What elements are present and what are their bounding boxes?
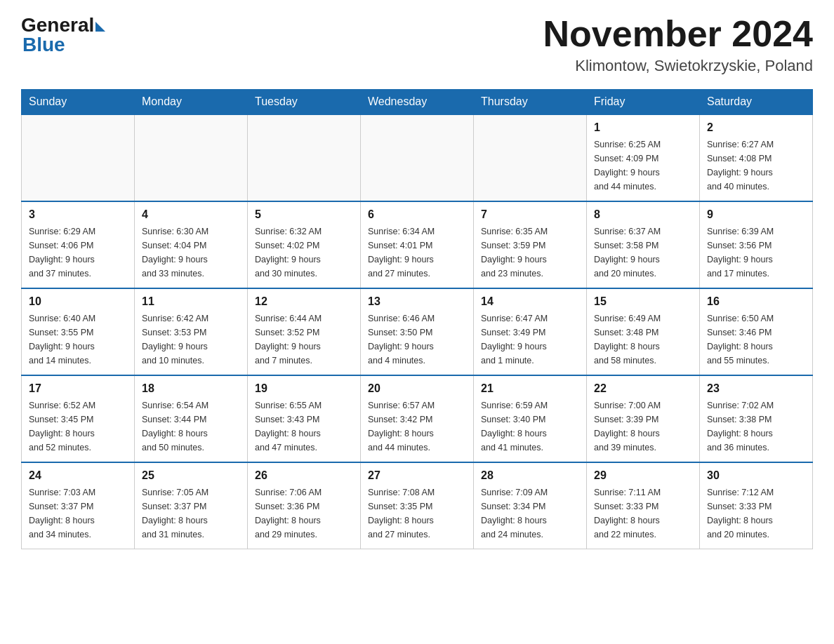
- day-info: Sunrise: 6:30 AM Sunset: 4:04 PM Dayligh…: [142, 224, 240, 281]
- calendar-header-wednesday: Wednesday: [361, 90, 474, 115]
- calendar-header-monday: Monday: [135, 90, 248, 115]
- calendar-week-3: 10Sunrise: 6:40 AM Sunset: 3:55 PM Dayli…: [22, 288, 813, 375]
- day-number: 26: [255, 467, 353, 484]
- calendar-cell: [135, 114, 248, 201]
- calendar-cell: 7Sunrise: 6:35 AM Sunset: 3:59 PM Daylig…: [474, 201, 587, 288]
- day-number: 7: [481, 206, 579, 223]
- calendar-cell: [474, 114, 587, 201]
- calendar-cell: 20Sunrise: 6:57 AM Sunset: 3:42 PM Dayli…: [361, 375, 474, 462]
- day-number: 2: [707, 119, 805, 136]
- day-number: 10: [29, 293, 127, 310]
- day-number: 16: [707, 293, 805, 310]
- calendar-cell: [22, 114, 135, 201]
- calendar-week-5: 24Sunrise: 7:03 AM Sunset: 3:37 PM Dayli…: [22, 462, 813, 549]
- day-number: 6: [368, 206, 466, 223]
- day-number: 27: [368, 467, 466, 484]
- day-info: Sunrise: 6:29 AM Sunset: 4:06 PM Dayligh…: [29, 224, 127, 281]
- day-info: Sunrise: 6:47 AM Sunset: 3:49 PM Dayligh…: [481, 311, 579, 368]
- day-number: 5: [255, 206, 353, 223]
- day-info: Sunrise: 6:25 AM Sunset: 4:09 PM Dayligh…: [594, 137, 692, 194]
- calendar-cell: 8Sunrise: 6:37 AM Sunset: 3:58 PM Daylig…: [587, 201, 700, 288]
- calendar-cell: 5Sunrise: 6:32 AM Sunset: 4:02 PM Daylig…: [248, 201, 361, 288]
- calendar-header-tuesday: Tuesday: [248, 90, 361, 115]
- calendar-cell: 6Sunrise: 6:34 AM Sunset: 4:01 PM Daylig…: [361, 201, 474, 288]
- day-number: 21: [481, 380, 579, 397]
- calendar-cell: 21Sunrise: 6:59 AM Sunset: 3:40 PM Dayli…: [474, 375, 587, 462]
- calendar-cell: 13Sunrise: 6:46 AM Sunset: 3:50 PM Dayli…: [361, 288, 474, 375]
- calendar-cell: 29Sunrise: 7:11 AM Sunset: 3:33 PM Dayli…: [587, 462, 700, 549]
- day-info: Sunrise: 7:06 AM Sunset: 3:36 PM Dayligh…: [255, 485, 353, 542]
- calendar-week-2: 3Sunrise: 6:29 AM Sunset: 4:06 PM Daylig…: [22, 201, 813, 288]
- day-number: 8: [594, 206, 692, 223]
- calendar-cell: 28Sunrise: 7:09 AM Sunset: 3:34 PM Dayli…: [474, 462, 587, 549]
- calendar-cell: [361, 114, 474, 201]
- day-info: Sunrise: 6:59 AM Sunset: 3:40 PM Dayligh…: [481, 398, 579, 455]
- day-info: Sunrise: 6:57 AM Sunset: 3:42 PM Dayligh…: [368, 398, 466, 455]
- day-info: Sunrise: 6:34 AM Sunset: 4:01 PM Dayligh…: [368, 224, 466, 281]
- calendar-cell: 26Sunrise: 7:06 AM Sunset: 3:36 PM Dayli…: [248, 462, 361, 549]
- day-info: Sunrise: 6:37 AM Sunset: 3:58 PM Dayligh…: [594, 224, 692, 281]
- calendar-cell: 12Sunrise: 6:44 AM Sunset: 3:52 PM Dayli…: [248, 288, 361, 375]
- logo-arrow-icon: [95, 22, 105, 32]
- calendar-cell: 23Sunrise: 7:02 AM Sunset: 3:38 PM Dayli…: [700, 375, 813, 462]
- calendar-cell: 27Sunrise: 7:08 AM Sunset: 3:35 PM Dayli…: [361, 462, 474, 549]
- day-info: Sunrise: 6:49 AM Sunset: 3:48 PM Dayligh…: [594, 311, 692, 368]
- day-info: Sunrise: 7:00 AM Sunset: 3:39 PM Dayligh…: [594, 398, 692, 455]
- calendar-cell: 3Sunrise: 6:29 AM Sunset: 4:06 PM Daylig…: [22, 201, 135, 288]
- day-info: Sunrise: 7:09 AM Sunset: 3:34 PM Dayligh…: [481, 485, 579, 542]
- day-info: Sunrise: 6:52 AM Sunset: 3:45 PM Dayligh…: [29, 398, 127, 455]
- calendar-header-saturday: Saturday: [700, 90, 813, 115]
- day-info: Sunrise: 6:40 AM Sunset: 3:55 PM Dayligh…: [29, 311, 127, 368]
- logo-blue-text: Blue: [22, 34, 65, 56]
- calendar-cell: 1Sunrise: 6:25 AM Sunset: 4:09 PM Daylig…: [587, 114, 700, 201]
- calendar-cell: [248, 114, 361, 201]
- day-number: 29: [594, 467, 692, 484]
- calendar-cell: 17Sunrise: 6:52 AM Sunset: 3:45 PM Dayli…: [22, 375, 135, 462]
- day-info: Sunrise: 6:42 AM Sunset: 3:53 PM Dayligh…: [142, 311, 240, 368]
- calendar-header-thursday: Thursday: [474, 90, 587, 115]
- calendar-cell: 10Sunrise: 6:40 AM Sunset: 3:55 PM Dayli…: [22, 288, 135, 375]
- day-number: 20: [368, 380, 466, 397]
- day-info: Sunrise: 7:12 AM Sunset: 3:33 PM Dayligh…: [707, 485, 805, 542]
- calendar-cell: 18Sunrise: 6:54 AM Sunset: 3:44 PM Dayli…: [135, 375, 248, 462]
- day-number: 14: [481, 293, 579, 310]
- day-number: 4: [142, 206, 240, 223]
- calendar-week-4: 17Sunrise: 6:52 AM Sunset: 3:45 PM Dayli…: [22, 375, 813, 462]
- calendar-cell: 30Sunrise: 7:12 AM Sunset: 3:33 PM Dayli…: [700, 462, 813, 549]
- calendar-table: SundayMondayTuesdayWednesdayThursdayFrid…: [21, 89, 813, 549]
- day-number: 22: [594, 380, 692, 397]
- day-number: 11: [142, 293, 240, 310]
- day-number: 23: [707, 380, 805, 397]
- calendar-cell: 19Sunrise: 6:55 AM Sunset: 3:43 PM Dayli…: [248, 375, 361, 462]
- header: General Blue November 2024 Klimontow, Sw…: [21, 14, 813, 75]
- day-info: Sunrise: 7:05 AM Sunset: 3:37 PM Dayligh…: [142, 485, 240, 542]
- day-info: Sunrise: 6:44 AM Sunset: 3:52 PM Dayligh…: [255, 311, 353, 368]
- calendar-cell: 25Sunrise: 7:05 AM Sunset: 3:37 PM Dayli…: [135, 462, 248, 549]
- day-info: Sunrise: 6:54 AM Sunset: 3:44 PM Dayligh…: [142, 398, 240, 455]
- day-info: Sunrise: 6:39 AM Sunset: 3:56 PM Dayligh…: [707, 224, 805, 281]
- day-number: 1: [594, 119, 692, 136]
- day-info: Sunrise: 7:11 AM Sunset: 3:33 PM Dayligh…: [594, 485, 692, 542]
- day-info: Sunrise: 7:08 AM Sunset: 3:35 PM Dayligh…: [368, 485, 466, 542]
- day-number: 19: [255, 380, 353, 397]
- calendar-cell: 22Sunrise: 7:00 AM Sunset: 3:39 PM Dayli…: [587, 375, 700, 462]
- day-number: 9: [707, 206, 805, 223]
- calendar-title: November 2024: [543, 14, 813, 54]
- day-info: Sunrise: 6:55 AM Sunset: 3:43 PM Dayligh…: [255, 398, 353, 455]
- day-info: Sunrise: 6:46 AM Sunset: 3:50 PM Dayligh…: [368, 311, 466, 368]
- calendar-header-friday: Friday: [587, 90, 700, 115]
- day-info: Sunrise: 6:35 AM Sunset: 3:59 PM Dayligh…: [481, 224, 579, 281]
- calendar-cell: 16Sunrise: 6:50 AM Sunset: 3:46 PM Dayli…: [700, 288, 813, 375]
- calendar-cell: 11Sunrise: 6:42 AM Sunset: 3:53 PM Dayli…: [135, 288, 248, 375]
- calendar-cell: 14Sunrise: 6:47 AM Sunset: 3:49 PM Dayli…: [474, 288, 587, 375]
- day-info: Sunrise: 6:32 AM Sunset: 4:02 PM Dayligh…: [255, 224, 353, 281]
- day-info: Sunrise: 6:50 AM Sunset: 3:46 PM Dayligh…: [707, 311, 805, 368]
- calendar-subtitle: Klimontow, Swietokrzyskie, Poland: [543, 57, 813, 75]
- calendar-header-sunday: Sunday: [22, 90, 135, 115]
- day-info: Sunrise: 7:03 AM Sunset: 3:37 PM Dayligh…: [29, 485, 127, 542]
- day-number: 30: [707, 467, 805, 484]
- calendar-cell: 2Sunrise: 6:27 AM Sunset: 4:08 PM Daylig…: [700, 114, 813, 201]
- calendar-header-row: SundayMondayTuesdayWednesdayThursdayFrid…: [22, 90, 813, 115]
- day-number: 17: [29, 380, 127, 397]
- day-info: Sunrise: 7:02 AM Sunset: 3:38 PM Dayligh…: [707, 398, 805, 455]
